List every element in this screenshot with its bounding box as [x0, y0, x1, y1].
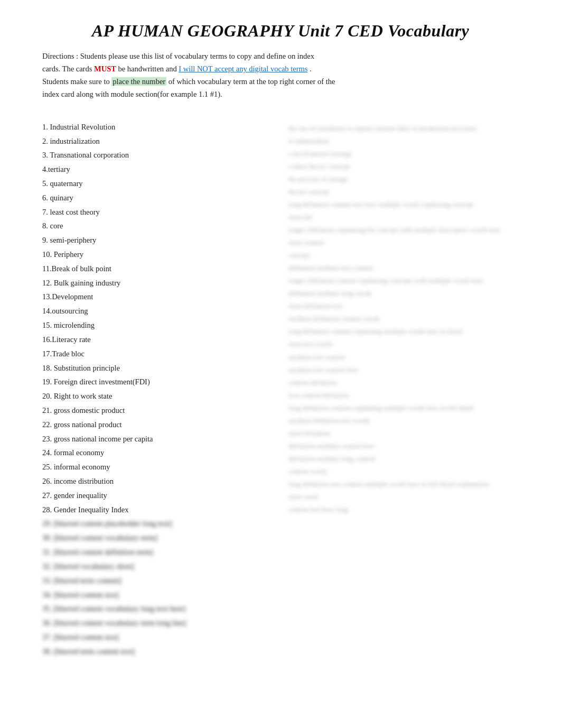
page-title: AP HUMAN GEOGRAPHY Unit 7 CED Vocabulary: [42, 21, 519, 41]
vocab-item: 28. Gender Inequality Index: [42, 503, 273, 517]
right-definition-item: text content definition: [288, 389, 519, 402]
right-definition-item: longer definition explaining the concept…: [288, 224, 519, 236]
right-definition-item: longer definition content explaining con…: [288, 274, 519, 287]
right-definition-item: short text words: [288, 338, 519, 351]
blurred-vocab-item: 35. [blurred content vocabulary long tex…: [42, 602, 273, 616]
vocab-item: 13.Development: [42, 290, 273, 304]
directions-block: Directions : Students please use this li…: [42, 50, 519, 101]
vocab-item: 9. semi-periphery: [42, 233, 273, 247]
vocab-item: 27. gender inequality: [42, 489, 273, 503]
right-definition-item: short content: [288, 236, 519, 249]
right-definition-item: a labor theory concept: [288, 160, 519, 173]
not-accept-text: I will NOT accept any digital vocab term…: [179, 64, 307, 73]
blurred-vocab-item: 34. [blurred content text]: [42, 588, 273, 602]
vocab-item: 23. gross national income per capita: [42, 432, 273, 446]
vocab-item: 11.Break of bulk point: [42, 262, 273, 276]
right-definition-item: long definition content explaining multi…: [288, 325, 519, 338]
right-definition-item: theory concept: [288, 186, 519, 198]
directions-line4: index card along with module section(for…: [42, 90, 222, 98]
vocab-item: 2. industrialization: [42, 134, 273, 149]
vocab-item: 3. Transnational corporation: [42, 148, 273, 162]
vocab-item: 22. gross national product: [42, 418, 273, 432]
right-definition-item: long definition content text here multip…: [288, 198, 519, 211]
vocab-item: 17.Trade bloc: [42, 347, 273, 361]
right-definition-item: long definition text content multiple wo…: [288, 478, 519, 491]
right-definition-item: a development strategy: [288, 148, 519, 160]
left-column: 1. Industrial Revolution2. industrializa…: [42, 120, 273, 659]
right-definition-item: the process of change: [288, 173, 519, 186]
right-definition-item: short definition: [288, 427, 519, 440]
blurred-vocab-item: 32. [blurred vocabulary short]: [42, 559, 273, 574]
blurred-vocab-item: 36. [blurred content vocabulary term lon…: [42, 616, 273, 630]
vocab-item: 16.Literacy rate: [42, 333, 273, 347]
right-definition-item: definition medium long content: [288, 453, 519, 465]
right-definition-item: long definition content explaining multi…: [288, 402, 519, 414]
directions-line2-mid: be handwritten and: [116, 64, 179, 73]
blurred-vocab-item: 33. [blurred term content]: [42, 574, 273, 588]
blurred-vocab-item: 31. [blurred content definition term]: [42, 545, 273, 559]
vocab-item: 4.tertiary: [42, 162, 273, 177]
right-definition-item: concept: [288, 249, 519, 262]
right-definition-item: short word: [288, 491, 519, 503]
blurred-vocab-item: 29. [blurred content placeholder long te…: [42, 517, 273, 531]
vocab-item: 14.outsourcing: [42, 304, 273, 318]
vocab-list: 1. Industrial Revolution2. industrializa…: [42, 120, 273, 517]
must-text: MUST: [94, 64, 116, 73]
blurred-left-list: 29. [blurred content placeholder long te…: [42, 517, 273, 658]
directions-line2-start: cards. The cards: [42, 64, 94, 73]
right-definition-item: short def: [288, 211, 519, 224]
place-number-text: place the number: [111, 77, 166, 86]
right-definitions-list: the use of machinery to replace human la…: [288, 121, 519, 516]
blurred-vocab-item: 37. [blurred content text]: [42, 630, 273, 644]
right-column: the use of machinery to replace human la…: [288, 120, 519, 659]
vocab-item: 12. Bulk gaining industry: [42, 276, 273, 290]
vocab-item: 1. Industrial Revolution: [42, 120, 273, 134]
right-definition-item: to industrialize: [288, 135, 519, 148]
blurred-vocab-item: 30. [blurred content vocabulary term]: [42, 531, 273, 545]
vocab-item: 18. Substitution principle: [42, 361, 273, 375]
right-definition-item: definition medium content here: [288, 440, 519, 453]
content-area: 1. Industrial Revolution2. industrializa…: [42, 120, 519, 659]
right-definition-item: content words: [288, 465, 519, 478]
right-definition-item: short definition text: [288, 300, 519, 312]
vocab-item: 5. quaternary: [42, 177, 273, 191]
vocab-item: 6. quinary: [42, 191, 273, 205]
right-definition-item: content definition: [288, 376, 519, 389]
right-definition-item: content text here long: [288, 503, 519, 516]
vocab-item: 21. gross domestic product: [42, 403, 273, 418]
vocab-item: 25. informal economy: [42, 460, 273, 474]
vocab-item: 15. microlending: [42, 318, 273, 333]
right-definition-item: definition medium text content: [288, 262, 519, 274]
right-definition-item: medium text content here: [288, 364, 519, 376]
right-definition-item: medium definition content words: [288, 312, 519, 325]
right-definition-item: medium text content: [288, 351, 519, 364]
directions-line1: Directions : Students please use this li…: [42, 52, 314, 60]
vocab-item: 8. core: [42, 219, 273, 233]
vocab-item: 24. formal economy: [42, 446, 273, 460]
right-definition-item: medium definition text words: [288, 414, 519, 427]
vocab-item: 7. least cost theory: [42, 205, 273, 219]
directions-line2-end: .: [307, 64, 311, 73]
vocab-item: 20. Right to work state: [42, 389, 273, 403]
directions-line3-start: Students make sure to: [42, 77, 111, 86]
vocab-item: 10. Periphery: [42, 247, 273, 262]
vocab-item: 26. income distribution: [42, 474, 273, 489]
blurred-vocab-item: 38. [blurred term content text]: [42, 644, 273, 659]
right-definition-item: definition medium long words: [288, 287, 519, 300]
right-definition-item: the use of machinery to replace human la…: [288, 122, 519, 135]
vocab-item: 19. Foreign direct investment(FDI): [42, 375, 273, 389]
directions-line3-mid: of which vocabulary term at the top righ…: [166, 77, 335, 86]
